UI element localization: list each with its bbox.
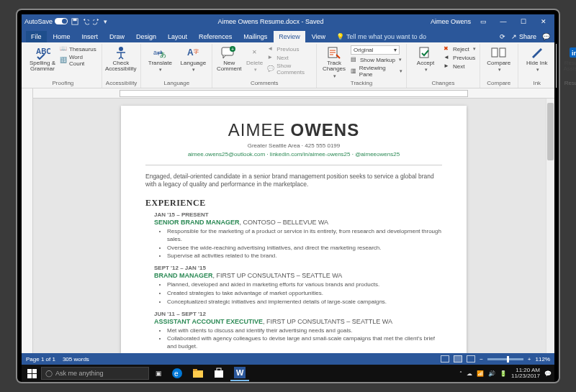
- tab-review[interactable]: Review: [274, 31, 305, 42]
- user-name[interactable]: Aimee Owens: [431, 18, 471, 25]
- share-button[interactable]: ↗ Share: [511, 33, 536, 40]
- close-button[interactable]: ✕: [536, 18, 552, 25]
- vertical-ruler[interactable]: [22, 88, 33, 353]
- device-frame: AutoSave ▾ Aimee Owens Resume.docx - Sav…: [17, 10, 559, 382]
- show-comments-button[interactable]: 💬Show Comments: [267, 63, 312, 76]
- taskbar-word[interactable]: W: [230, 365, 249, 381]
- tell-me-search[interactable]: 💡 Tell me what you want to do: [336, 33, 426, 42]
- lightbulb-icon: 💡: [336, 33, 344, 40]
- track-changes-button[interactable]: Track Changes: [320, 45, 348, 78]
- page[interactable]: AIMEE OWENS Greater Seattle Area · 425 5…: [121, 106, 467, 353]
- zoom-level[interactable]: 112%: [536, 356, 550, 363]
- resume-contact-line: Greater Seattle Area · 425 555 0199: [145, 142, 442, 149]
- compare-button[interactable]: Compare: [484, 45, 514, 73]
- tray-network-icon[interactable]: 📶: [477, 370, 484, 377]
- next-change-button[interactable]: ►Next: [444, 63, 476, 70]
- spellcheck-icon: ABC: [35, 45, 50, 60]
- previous-comment-button[interactable]: ◄Previous: [267, 45, 312, 53]
- reviewing-pane-button[interactable]: ▥Reviewing Pane: [351, 65, 402, 78]
- translate-icon: a⇄あ: [152, 45, 168, 60]
- translate-button[interactable]: a⇄あ Translate: [145, 45, 175, 73]
- tray-battery-icon[interactable]: 🔋: [500, 370, 507, 377]
- taskbar-explorer[interactable]: [189, 365, 207, 381]
- thesaurus-icon: 📖: [60, 45, 67, 53]
- new-comment-button[interactable]: + New Comment: [216, 45, 242, 73]
- taskbar-clock[interactable]: 11:20 AM 11/23/2017: [511, 368, 540, 380]
- tab-draw[interactable]: Draw: [104, 31, 130, 42]
- action-center-icon[interactable]: 💬: [544, 370, 552, 377]
- svg-text:字: 字: [194, 49, 199, 54]
- read-mode-icon[interactable]: [441, 355, 449, 363]
- zoom-out-button[interactable]: −: [480, 356, 483, 363]
- word-count-button[interactable]: 🔢Word Count: [60, 54, 98, 67]
- zoom-in-button[interactable]: +: [528, 356, 531, 363]
- comments-pane-icon[interactable]: 💬: [542, 33, 550, 40]
- tab-mailings[interactable]: Mailings: [238, 31, 272, 42]
- svg-text:+: +: [231, 47, 234, 52]
- task-view-icon[interactable]: ▣: [151, 366, 166, 380]
- word-count-status[interactable]: 305 words: [63, 356, 89, 363]
- show-comments-icon: 💬: [267, 65, 274, 73]
- tab-layout[interactable]: Layout: [163, 31, 192, 42]
- autosave-toggle[interactable]: AutoSave: [24, 18, 68, 25]
- resume-name: AIMEE OWENS: [145, 120, 442, 140]
- qat-customize-icon[interactable]: ▾: [104, 18, 111, 25]
- redo-icon[interactable]: [93, 18, 100, 25]
- delete-comment-button[interactable]: ✕ Delete: [245, 45, 264, 73]
- undo-icon[interactable]: [82, 18, 89, 25]
- accept-icon: [418, 45, 433, 60]
- web-layout-icon[interactable]: [467, 355, 475, 363]
- tab-view[interactable]: View: [307, 31, 330, 42]
- group-accessibility: Check Accessibility Accessibility: [102, 44, 142, 88]
- vertical-scrollbar[interactable]: [546, 99, 554, 353]
- tab-file[interactable]: File: [26, 31, 47, 42]
- previous-change-button[interactable]: ◄Previous: [444, 54, 476, 61]
- taskbar-edge[interactable]: e: [168, 365, 186, 381]
- accept-button[interactable]: Accept: [410, 45, 441, 73]
- display-for-review-select[interactable]: Original▾: [351, 45, 400, 55]
- cortana-search[interactable]: ◯ Ask me anything: [41, 367, 149, 380]
- ink-icon: [529, 45, 545, 60]
- ribbon-options-icon[interactable]: ▭: [475, 18, 491, 25]
- scrollbar-thumb[interactable]: [547, 103, 554, 160]
- page-indicator[interactable]: Page 1 of 1: [26, 356, 55, 363]
- group-language: a⇄あ Translate A字 Language Language: [141, 44, 212, 88]
- group-tracking: Track Changes Original▾ ▤Show Markup ▥Re…: [317, 44, 407, 88]
- tray-volume-icon[interactable]: 🔊: [488, 370, 495, 377]
- start-button[interactable]: [24, 366, 39, 380]
- tab-design[interactable]: Design: [131, 31, 161, 42]
- spelling-grammar-button[interactable]: ABC Spelling & Grammar: [28, 45, 57, 73]
- tab-references[interactable]: References: [194, 31, 237, 42]
- print-layout-icon[interactable]: [454, 355, 462, 363]
- zoom-slider[interactable]: [487, 358, 523, 360]
- thesaurus-button[interactable]: 📖Thesaurus: [60, 45, 98, 53]
- reject-icon: ✖: [444, 45, 451, 53]
- tray-onedrive-icon[interactable]: ☁: [467, 370, 472, 377]
- divider: [145, 165, 442, 165]
- group-label: Tracking: [320, 79, 402, 86]
- svg-text:ABC: ABC: [36, 47, 50, 55]
- reject-button[interactable]: ✖Reject: [444, 45, 476, 53]
- tab-insert[interactable]: Insert: [77, 31, 104, 42]
- save-icon[interactable]: [71, 18, 78, 25]
- resume-assistant-button[interactable]: in Resume Assistant: [560, 45, 576, 73]
- document-area: AIMEE OWENS Greater Seattle Area · 425 5…: [22, 88, 554, 353]
- tab-home[interactable]: Home: [48, 31, 76, 42]
- tray-chevron-icon[interactable]: ˄: [459, 370, 462, 377]
- wordcount-icon: 🔢: [60, 57, 67, 64]
- titlebar: AutoSave ▾ Aimee Owens Resume.docx - Sav…: [22, 14, 554, 28]
- taskbar-store[interactable]: [210, 365, 228, 381]
- hide-ink-button[interactable]: Hide Ink: [522, 45, 552, 73]
- word-status-bar: Page 1 of 1 305 words − + 112%: [22, 353, 554, 365]
- check-accessibility-button[interactable]: Check Accessibility: [106, 45, 136, 73]
- resume-summary: Engaged, detail-oriented candidate in a …: [145, 173, 442, 189]
- sync-icon[interactable]: ⟳: [500, 33, 505, 40]
- horizontal-ruler[interactable]: [33, 88, 554, 99]
- minimize-button[interactable]: —: [495, 18, 511, 25]
- maximize-button[interactable]: ☐: [516, 18, 531, 25]
- language-button[interactable]: A字 Language: [178, 45, 208, 73]
- next-comment-button[interactable]: ►Next: [267, 54, 312, 61]
- new-comment-icon: +: [221, 45, 237, 60]
- document-canvas[interactable]: AIMEE OWENS Greater Seattle Area · 425 5…: [33, 99, 554, 353]
- show-markup-button[interactable]: ▤Show Markup: [351, 56, 402, 63]
